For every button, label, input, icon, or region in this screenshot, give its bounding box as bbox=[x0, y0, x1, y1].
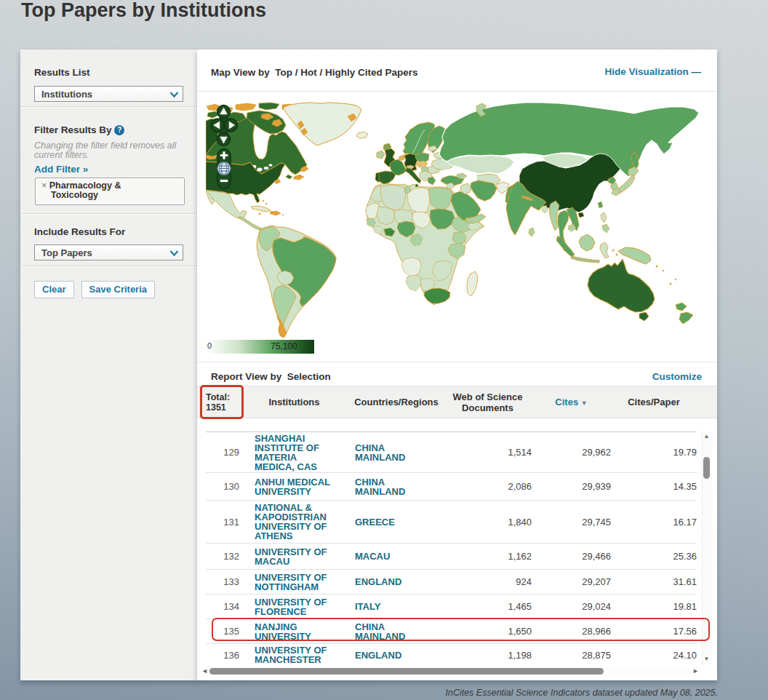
svg-text:75,100: 75,100 bbox=[271, 341, 297, 351]
svg-text:0: 0 bbox=[207, 341, 212, 350]
